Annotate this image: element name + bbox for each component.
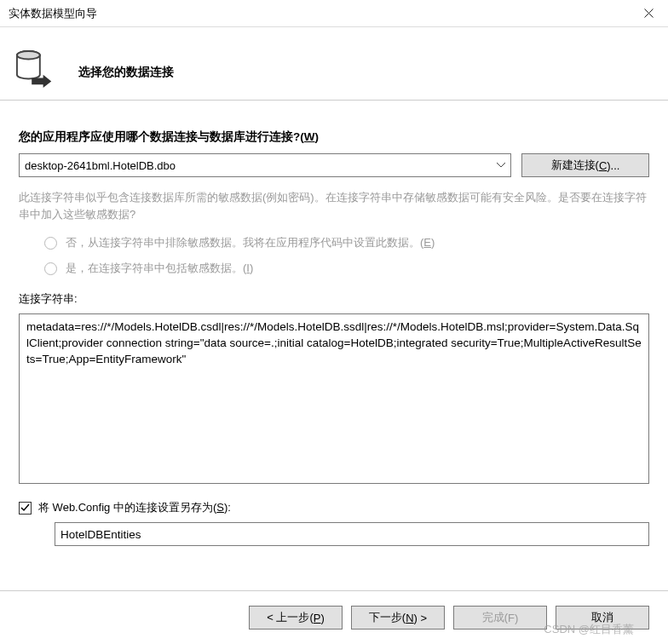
wizard-step-title: 选择您的数据连接 (78, 65, 174, 80)
wizard-content: 您的应用程序应使用哪个数据连接与数据库进行连接?(W) desktop-2641… (0, 101, 668, 555)
svg-point-3 (17, 50, 40, 59)
entity-name-input[interactable] (55, 522, 649, 546)
sensitive-warning: 此连接字符串似乎包含连接数据库所需的敏感数据(例如密码)。在连接字符串中存储敏感… (19, 189, 649, 223)
chevron-down-icon (491, 153, 511, 177)
cancel-button[interactable]: 取消 (556, 606, 649, 630)
radio-include-label: 是，在连接字符串中包括敏感数据。(I) (66, 261, 253, 276)
connection-string-textarea[interactable]: metadata=res://*/Models.HotelDB.csdl|res… (19, 313, 649, 484)
wizard-header: 选择您的数据连接 (0, 27, 668, 101)
next-button[interactable]: 下一步(N) > (351, 606, 445, 630)
wizard-footer: < 上一步(P) 下一步(N) > 完成(F) 取消 (0, 591, 668, 644)
save-config-checkbox[interactable] (19, 502, 32, 515)
title-bar: 实体数据模型向导 (0, 0, 668, 27)
save-config-label: 将 Web.Config 中的连接设置另存为(S): (38, 500, 231, 515)
connection-select[interactable]: desktop-2641bml.HotelDB.dbo (19, 153, 511, 177)
new-connection-button[interactable]: 新建连接(C)... (521, 153, 649, 177)
radio-exclude-label: 否，从连接字符串中排除敏感数据。我将在应用程序代码中设置此数据。(E) (66, 235, 435, 250)
close-icon (644, 9, 654, 18)
finish-button: 完成(F) (453, 606, 547, 630)
connection-string-label: 连接字符串: (19, 291, 649, 307)
check-icon (20, 503, 30, 513)
close-button[interactable] (629, 0, 668, 27)
connection-select-value: desktop-2641bml.HotelDB.dbo (19, 153, 511, 177)
connection-prompt: 您的应用程序应使用哪个数据连接与数据库进行连接?(W) (19, 129, 649, 145)
window-title: 实体数据模型向导 (9, 6, 97, 21)
radio-include-sensitive: 是，在连接字符串中包括敏感数据。(I) (19, 257, 649, 279)
radio-exclude-sensitive: 否，从连接字符串中排除敏感数据。我将在应用程序代码中设置此数据。(E) (19, 232, 649, 254)
previous-button[interactable]: < 上一步(P) (249, 606, 343, 630)
radio-icon (44, 237, 57, 250)
save-config-checkbox-row[interactable]: 将 Web.Config 中的连接设置另存为(S): (19, 500, 649, 515)
radio-icon (44, 262, 57, 275)
database-icon (15, 46, 56, 94)
